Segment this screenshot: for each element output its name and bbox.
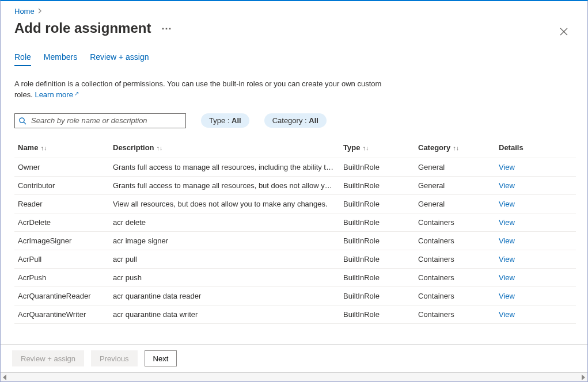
cell-name: AcrPull [14,250,109,268]
cell-details: View [495,158,576,176]
cell-category: Containers [415,305,495,323]
view-link[interactable]: View [499,218,515,227]
cell-details: View [495,213,576,231]
cell-name: Reader [14,194,109,213]
next-button[interactable]: Next [145,350,177,366]
column-header-category[interactable]: Category↑↓ [415,139,495,158]
sort-icon: ↑↓ [157,144,163,151]
learn-more-link[interactable]: Learn more↗ [35,90,78,99]
table-row[interactable]: ReaderView all resources, but does not a… [14,194,576,213]
table-header-row: Name↑↓ Description↑↓ Type↑↓ Category↑↓ D… [14,139,576,158]
category-filter-value: All [309,116,318,125]
footer-bar: Review + assign Previous Next [1,344,587,372]
cell-type: BuiltInRole [340,286,415,305]
cell-type: BuiltInRole [340,231,415,250]
cell-category: Containers [415,250,495,268]
table-row[interactable]: AcrImageSigneracr image signerBuiltInRol… [14,231,576,250]
horizontal-scrollbar[interactable] [1,372,587,381]
sort-icon: ↑↓ [40,144,47,151]
cell-category: Containers [415,286,495,305]
roles-table: Name↑↓ Description↑↓ Type↑↓ Category↑↓ D… [14,139,576,324]
close-icon[interactable] [557,25,570,38]
table-row[interactable]: AcrQuarantineReaderacr quarantine data r… [14,286,576,305]
column-header-description[interactable]: Description↑↓ [109,139,340,158]
sort-icon: ↑↓ [362,144,369,151]
cell-category: Containers [415,231,495,250]
cell-details: View [495,286,576,305]
cell-description: acr pull [109,250,340,268]
app-window: Home Add role assignment ⋯ RoleMembersRe… [0,0,588,382]
cell-name: AcrQuarantineReader [14,286,109,305]
search-icon [18,117,26,125]
view-link[interactable]: View [499,163,515,171]
type-filter-value: All [232,116,241,125]
table-row[interactable]: AcrQuarantineWriteracr quarantine data w… [14,305,576,323]
view-link[interactable]: View [499,236,515,245]
cell-type: BuiltInRole [340,194,415,213]
tab-members[interactable]: Members [44,52,77,66]
table-row[interactable]: ContributorGrants full access to manage … [14,176,576,194]
cell-description: View all resources, but does not allow y… [109,194,340,213]
page-title: Add role assignment ⋯ [14,20,172,36]
cell-name: AcrDelete [14,213,109,231]
cell-name: Contributor [14,176,109,194]
table-row[interactable]: AcrDeleteacr deleteBuiltInRoleContainers… [14,213,576,231]
view-link[interactable]: View [499,273,515,282]
cell-description: acr image signer [109,231,340,250]
svg-line-1 [24,122,26,124]
main-scroll-area[interactable]: Home Add role assignment ⋯ RoleMembersRe… [1,1,587,344]
table-row[interactable]: AcrPushacr pushBuiltInRoleContainersView [14,268,576,286]
tab-review-assign[interactable]: Review + assign [90,52,149,66]
cell-type: BuiltInRole [340,213,415,231]
tabs: RoleMembersReview + assign [14,52,576,66]
cell-category: Containers [415,268,495,286]
search-input[interactable] [30,116,182,125]
sort-icon: ↑↓ [453,144,459,151]
table-row[interactable]: OwnerGrants full access to manage all re… [14,158,576,176]
view-link[interactable]: View [499,181,515,190]
chevron-right-icon [38,7,42,16]
cell-type: BuiltInRole [340,158,415,176]
cell-name: AcrQuarantineWriter [14,305,109,323]
cell-details: View [495,250,576,268]
cell-category: General [415,176,495,194]
cell-description: acr quarantine data reader [109,286,340,305]
view-link[interactable]: View [499,255,515,263]
category-filter-label: Category : [272,116,309,125]
cell-description: acr push [109,268,340,286]
cell-details: View [495,305,576,323]
column-header-name[interactable]: Name↑↓ [14,139,109,158]
cell-type: BuiltInRole [340,176,415,194]
cell-description: acr quarantine data writer [109,305,340,323]
table-row[interactable]: AcrPullacr pullBuiltInRoleContainersView [14,250,576,268]
category-filter-pill[interactable]: Category : All [264,113,327,128]
review-assign-button: Review + assign [12,350,84,366]
cell-name: AcrPush [14,268,109,286]
cell-details: View [495,268,576,286]
view-link[interactable]: View [499,292,515,300]
breadcrumb-home[interactable]: Home [14,7,35,16]
cell-description: Grants full access to manage all resourc… [109,158,340,176]
cell-type: BuiltInRole [340,305,415,323]
tab-role[interactable]: Role [14,52,31,66]
page-description: A role definition is a collection of per… [14,79,383,101]
svg-point-0 [20,117,24,122]
cell-name: AcrImageSigner [14,231,109,250]
previous-button: Previous [91,350,138,366]
type-filter-pill[interactable]: Type : All [201,113,249,128]
cell-description: Grants full access to manage all resourc… [109,176,340,194]
column-header-type[interactable]: Type↑↓ [340,139,415,158]
cell-type: BuiltInRole [340,268,415,286]
more-icon[interactable]: ⋯ [161,23,172,33]
cell-category: Containers [415,213,495,231]
breadcrumb: Home [14,7,576,16]
cell-type: BuiltInRole [340,250,415,268]
cell-description: acr delete [109,213,340,231]
type-filter-label: Type : [209,116,232,125]
cell-category: General [415,194,495,213]
cell-details: View [495,176,576,194]
cell-category: General [415,158,495,176]
view-link[interactable]: View [499,310,515,319]
search-input-wrapper[interactable] [14,113,186,128]
view-link[interactable]: View [499,200,515,208]
